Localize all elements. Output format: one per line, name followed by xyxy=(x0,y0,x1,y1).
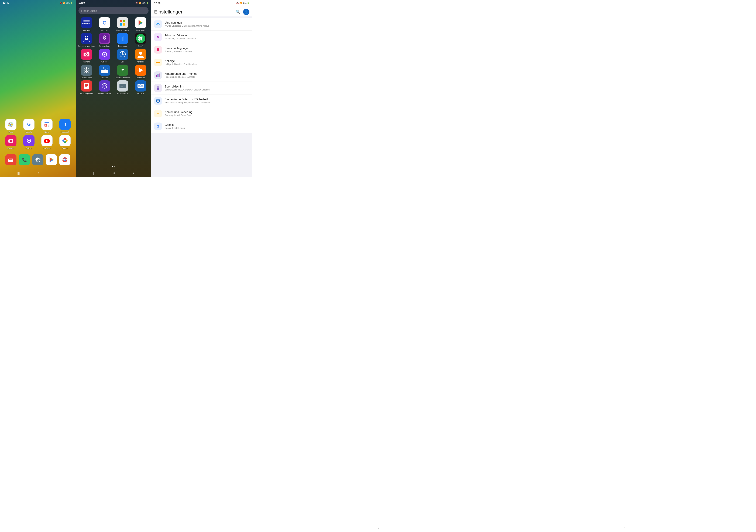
drawer-app-playstore[interactable]: Play Store xyxy=(132,17,149,32)
home-app-googlephotos[interactable]: Google xyxy=(57,135,73,149)
drawer-app-smsservices[interactable]: SMS Services xyxy=(114,80,131,95)
drawer-app-spotify[interactable]: Spotify xyxy=(132,33,149,47)
home-app-galerie[interactable]: Galerie xyxy=(21,135,37,149)
verbindungen-title: Verbindungen xyxy=(165,21,250,24)
svg-rect-64 xyxy=(123,20,125,22)
settings-actions: 🔍 👤 xyxy=(236,9,250,15)
settings-item-google[interactable]: G Google Google-Einstellungen xyxy=(151,120,252,133)
svg-rect-63 xyxy=(120,20,122,22)
drawer-app-facebook[interactable]: f Facebook xyxy=(114,33,131,47)
svg-text:G: G xyxy=(45,124,47,126)
kamera-drawer-icon xyxy=(81,49,92,60)
samsung-drawer-label: Samsung xyxy=(82,29,90,32)
dock-mail[interactable] xyxy=(5,154,16,165)
camera-home-icon xyxy=(5,135,16,146)
home-nav-home[interactable]: ○ xyxy=(38,171,40,175)
settings-item-konten[interactable]: Konten und Sicherung Samsung Cloud, Smar… xyxy=(151,107,252,120)
settings-item-hintergruende[interactable]: Hintergründe und Themes Hintergründe, Th… xyxy=(151,69,252,82)
drawer-nav-home[interactable]: ○ xyxy=(113,171,115,175)
verbindungen-icon xyxy=(154,20,162,28)
drawer-app-samsung[interactable]: SAMSUNG Samsung xyxy=(78,17,95,32)
svg-line-146 xyxy=(157,63,157,64)
svg-point-89 xyxy=(106,55,106,56)
dock-phone[interactable]: 📞 xyxy=(19,154,30,165)
home-app-maps[interactable]: Maps xyxy=(3,119,19,133)
settings-item-anzeige[interactable]: Anzeige Helligkeit, Blaufilter, Startbil… xyxy=(151,56,252,69)
battery-drawer: 51% 🔋 xyxy=(142,2,148,4)
svg-rect-130 xyxy=(138,85,139,86)
galerie-drawer-label: Galerie xyxy=(101,61,108,63)
drawer-app-msapps[interactable]: Microsoft Apps xyxy=(114,17,131,32)
settings-item-toene[interactable]: Töne und Vibration Tonmodus, Klingelton,… xyxy=(151,31,252,43)
home-app-google[interactable]: G Google xyxy=(21,119,37,133)
svg-point-87 xyxy=(104,52,105,53)
home-app-facebook[interactable]: f Facebook xyxy=(57,119,73,133)
home-nav-back[interactable]: ‹ xyxy=(57,171,58,175)
playmusik-label: Play Musik xyxy=(136,77,145,79)
search-settings-icon[interactable]: 🔍 xyxy=(236,10,240,14)
svg-point-30 xyxy=(27,139,28,140)
dock-chrome[interactable] xyxy=(59,154,70,165)
profile-avatar[interactable]: 👤 xyxy=(243,9,250,15)
drawer-app-playmusik[interactable]: Play Musik xyxy=(132,64,149,79)
drawer-app-uhr[interactable]: Uhr xyxy=(114,49,131,63)
search-more-icon[interactable]: ⋮ xyxy=(143,9,146,13)
drawer-app-samsungnotes[interactable]: Samsung Notes xyxy=(78,80,95,95)
uhr-label: Uhr xyxy=(121,61,124,63)
hintergruende-text: Hintergründe und Themes Hintergründe, Th… xyxy=(165,72,250,78)
svg-text:±: ± xyxy=(122,67,124,72)
drawer-app-taschenrechner[interactable]: ± Taschen-rechner xyxy=(114,64,131,79)
home-app-youtube[interactable]: YouTube xyxy=(39,135,55,149)
drawer-dot-1 xyxy=(112,166,113,167)
drawer-app-gamelauncher[interactable]: Game Launcher xyxy=(96,80,113,95)
finder-search-bar[interactable]: Finder-Suche ⋮ xyxy=(78,7,148,14)
drawer-nav-menu[interactable]: ||| xyxy=(93,171,95,175)
gboard-icon: G xyxy=(135,80,146,91)
svg-point-99 xyxy=(139,52,142,55)
home-app-camera[interactable]: Kamera xyxy=(3,135,19,149)
drawer-app-kamera[interactable]: Kamera xyxy=(78,49,95,63)
drawer-app-einstellungen[interactable]: Einstellungen xyxy=(78,64,95,79)
svg-point-24 xyxy=(28,140,30,141)
settings-header: Einstellungen 🔍 👤 xyxy=(151,5,252,16)
wifi-icon: 📶 xyxy=(63,2,65,4)
uhr-icon xyxy=(117,49,128,60)
playmusik-icon xyxy=(135,64,146,76)
drawer-app-samsungmembers[interactable]: ♡ Samsung Members xyxy=(78,33,95,47)
settings-list: Verbindungen WLAN, Bluetooth, Datennutzu… xyxy=(151,18,252,133)
svg-point-26 xyxy=(30,139,31,140)
drawer-app-galerie[interactable]: Galerie xyxy=(96,49,113,63)
mute-icon: 🔇 xyxy=(60,2,62,4)
gboard-label: Gboard xyxy=(137,92,144,95)
home-app-news[interactable]: G News xyxy=(39,119,55,133)
svg-point-152 xyxy=(158,89,158,89)
settings-item-verbindungen[interactable]: Verbindungen WLAN, Bluetooth, Datennutzu… xyxy=(151,18,252,31)
drawer-app-google[interactable]: G Google xyxy=(96,17,113,32)
konten-text: Konten und Sicherung Samsung Cloud, Smar… xyxy=(165,111,250,116)
settings-item-sperrbildschirm[interactable]: Sperrbildschirm Sperrbildschirmtyp, Alwa… xyxy=(151,82,252,94)
drawer-app-gboard[interactable]: G Gboard xyxy=(132,80,149,95)
msapps-drawer-label: Microsoft Apps xyxy=(116,29,129,32)
dock-playstore[interactable] xyxy=(46,154,57,165)
konten-title: Konten und Sicherung xyxy=(165,111,250,114)
drawer-app-kontakte[interactable]: Kontakte xyxy=(132,49,149,63)
svg-rect-59 xyxy=(83,21,90,22)
drawer-nav-back[interactable]: ‹ xyxy=(133,171,134,175)
time-settings: 12:50 xyxy=(154,2,160,5)
toene-text: Töne und Vibration Tonmodus, Klingelton,… xyxy=(165,34,250,40)
svg-point-138 xyxy=(157,62,159,63)
settings-item-benachrichtigungen[interactable]: Benachrichtigungen Sperren, zulassen, pr… xyxy=(151,43,252,56)
svg-rect-65 xyxy=(120,23,122,26)
drawer-app-galaxystore[interactable]: Galaxy Store xyxy=(96,33,113,47)
galerie-home-icon xyxy=(23,135,35,146)
drawer-app-kalender[interactable]: 20 Kalender xyxy=(96,64,113,79)
google-settings-sub: Google-Einstellungen xyxy=(165,127,250,129)
dock-settings[interactable] xyxy=(32,154,43,165)
galerie-drawer-icon xyxy=(99,49,110,60)
settings-item-biometrie[interactable]: Biometrische Daten und Sicherheit Gesich… xyxy=(151,94,252,107)
home-nav-menu[interactable]: ||| xyxy=(17,171,20,175)
svg-rect-66 xyxy=(123,23,125,26)
svg-text:20: 20 xyxy=(103,68,106,71)
galerie-home-label: Galerie xyxy=(26,147,32,149)
svg-rect-107 xyxy=(103,67,103,69)
